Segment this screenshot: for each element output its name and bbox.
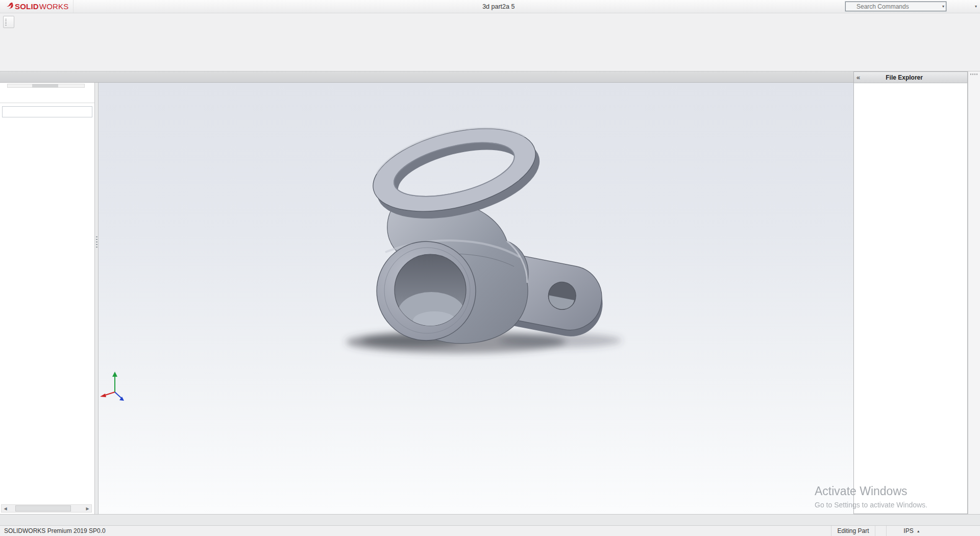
solidworks-window: { "brand": {"bold": "SOLID", "light": "W… <box>0 0 980 536</box>
scroll-left-icon[interactable]: ◀ <box>2 505 9 512</box>
file-explorer-items <box>854 83 967 86</box>
user-account-icon[interactable] <box>951 3 960 11</box>
title-bar: SOLIDWORKS 3d part2a 5 ▾ ▾ <box>0 0 980 13</box>
brand-text-light: WORKS <box>39 2 69 11</box>
pin-menu-icon[interactable] <box>85 3 93 11</box>
scroll-right-icon[interactable]: ▶ <box>84 505 91 512</box>
magnifier-icon[interactable] <box>933 3 940 10</box>
panel-bottom-scrollbar[interactable]: ◀ ▶ <box>1 504 92 513</box>
collapse-pane-icon[interactable]: « <box>856 74 860 81</box>
brand-text-bold: SOLID <box>15 2 39 11</box>
status-tag-icon[interactable] <box>969 527 977 535</box>
panel-top-scrollbar[interactable] <box>7 84 85 88</box>
document-view-tabs <box>0 514 980 525</box>
units-dropdown-icon[interactable]: ▲ <box>917 529 920 533</box>
toolbar-grip[interactable] <box>5 19 7 26</box>
search-dropdown-icon[interactable]: ▾ <box>942 5 944 9</box>
graphics-viewport[interactable] <box>99 83 853 514</box>
manager-panel-tabs <box>0 89 94 103</box>
file-explorer-pane: « File Explorer <box>853 71 968 514</box>
search-commands-box[interactable]: ▾ <box>845 2 946 11</box>
task-pane-header: « File Explorer <box>854 72 967 83</box>
titlebar-right: ▾ <box>946 3 978 11</box>
pane-pin-icon[interactable] <box>958 74 965 81</box>
tree-filter[interactable] <box>2 106 92 117</box>
tree-filter-input[interactable] <box>15 108 90 115</box>
strip-grip[interactable] <box>970 74 978 75</box>
command-manager-tabs <box>0 71 853 83</box>
version-text: SOLIDWORKS Premium 2019 SP0.0 <box>0 527 106 534</box>
feature-manager-panel: ◀ ▶ <box>0 83 95 514</box>
filter-funnel-icon <box>5 108 13 116</box>
ds-logo-icon <box>4 2 14 12</box>
editing-mode-status: Editing Part <box>831 526 875 536</box>
search-menu-icon[interactable] <box>847 3 854 10</box>
help-icon[interactable] <box>963 3 971 11</box>
search-input[interactable] <box>856 3 931 10</box>
pane-settings-gear-icon[interactable] <box>948 74 955 81</box>
command-manager-ribbon <box>0 13 980 71</box>
scrollbar-thumb[interactable] <box>15 505 71 511</box>
document-title: 3d part2a 5 <box>482 3 514 10</box>
status-separator <box>875 526 886 536</box>
panel-splitter[interactable] <box>95 83 99 514</box>
task-pane-title: File Explorer <box>862 74 946 81</box>
status-bar: SOLIDWORKS Premium 2019 SP0.0 Editing Pa… <box>0 525 980 536</box>
orientation-triad <box>100 372 124 401</box>
appearance-strip <box>968 71 980 514</box>
help-dropdown-icon[interactable]: ▾ <box>975 5 977 9</box>
units-selector[interactable]: IPS▲ <box>886 526 937 536</box>
screen-capture-toolbar <box>3 16 14 28</box>
3d-model[interactable] <box>99 83 853 514</box>
solidworks-logo: SOLIDWORKS <box>0 0 74 13</box>
